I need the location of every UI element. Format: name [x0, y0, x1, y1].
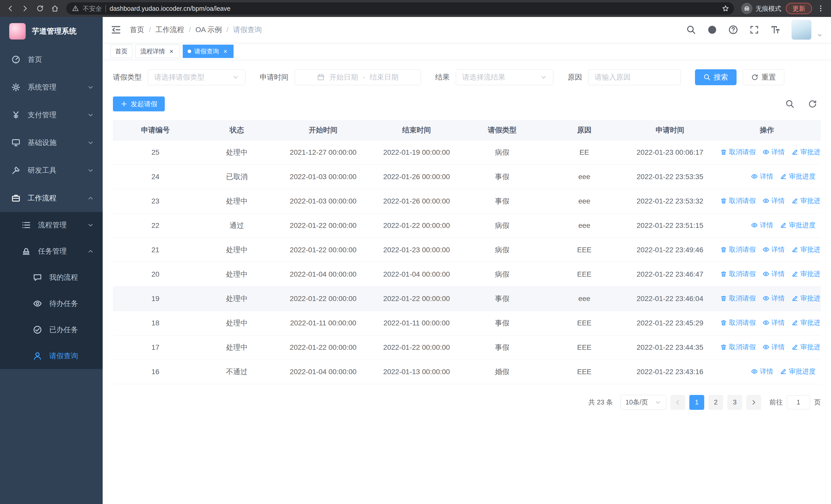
delete-icon — [720, 246, 727, 253]
cell-type: 事假 — [462, 165, 542, 189]
breadcrumb-item[interactable]: OA 示例 — [196, 25, 222, 35]
cancel-leave-action[interactable]: 取消请假 — [720, 196, 756, 205]
approval-progress-action[interactable]: 审批进度 — [780, 172, 815, 181]
page-size-select[interactable]: 10条/页 — [621, 395, 666, 410]
cell-start: 2022-01-03 00:00:00 — [276, 189, 371, 213]
result-select[interactable]: 请选择流结果 — [456, 69, 553, 85]
dashboard-icon — [11, 55, 21, 64]
tab-home[interactable]: 首页 — [110, 45, 133, 58]
avatar[interactable] — [792, 20, 811, 40]
column-header: 原因 — [542, 120, 627, 140]
sidebar-item-system[interactable]: 系统管理 — [0, 73, 103, 101]
update-button[interactable]: 更新 — [786, 3, 812, 14]
search-icon[interactable] — [686, 25, 696, 35]
detail-action[interactable]: 详情 — [763, 343, 785, 352]
detail-action[interactable]: 详情 — [763, 245, 785, 254]
sidebar-item-my-process[interactable]: 我的流程 — [0, 264, 103, 291]
detail-action[interactable]: 详情 — [763, 318, 785, 327]
reason-input[interactable]: 请输入原因 — [588, 69, 681, 85]
approval-progress-action[interactable]: 审批进度 — [780, 221, 815, 230]
sidebar-item-process-mgmt[interactable]: 流程管理 — [0, 212, 103, 238]
cell-status: 处理中 — [198, 238, 276, 262]
address-bar[interactable]: 不安全 dashboard.yudao.iocoder.cn/bpm/oa/le… — [66, 2, 734, 14]
cell-id: 20 — [113, 262, 198, 287]
next-page-button[interactable] — [746, 395, 761, 410]
detail-action[interactable]: 详情 — [763, 148, 785, 156]
breadcrumb-item[interactable]: 首页 — [130, 25, 144, 35]
chevron-down-icon — [655, 399, 661, 406]
approval-progress-action[interactable]: 审批进度 — [792, 148, 821, 156]
apply-time-range-picker[interactable]: 开始日期 - 结束日期 — [295, 69, 421, 85]
app-logo[interactable]: 芋道管理系统 — [0, 17, 103, 46]
refresh-table-icon[interactable] — [808, 99, 817, 109]
sidebar-item-home[interactable]: 首页 — [0, 46, 103, 73]
fontsize-icon[interactable] — [770, 25, 780, 35]
home-icon[interactable] — [49, 2, 61, 14]
sidebar-item-done-tasks[interactable]: 已办任务 — [0, 317, 103, 343]
cancel-leave-action[interactable]: 取消请假 — [720, 294, 756, 303]
cell-applied: 2022-01-22 23:46:47 — [627, 262, 713, 287]
tab-label: 首页 — [115, 47, 127, 55]
detail-action[interactable]: 详情 — [763, 269, 785, 278]
delete-icon — [720, 319, 727, 326]
approval-progress-action[interactable]: 审批进度 — [792, 343, 821, 352]
view-icon — [751, 368, 758, 375]
sidebar-item-leave-query[interactable]: 请假查询 — [0, 343, 103, 369]
page-button-3[interactable]: 3 — [727, 395, 742, 410]
browser-menu-icon[interactable] — [814, 2, 827, 14]
sidebar-item-infrastructure[interactable]: 基础设施 — [0, 129, 103, 156]
sidebar-item-label: 待办任务 — [49, 299, 78, 308]
tab-process-detail[interactable]: 流程详情× — [136, 45, 180, 58]
search-button[interactable]: 搜索 — [695, 69, 737, 85]
cell-start: 2022-01-22 00:00:00 — [276, 238, 371, 262]
forward-icon[interactable] — [19, 2, 31, 14]
approval-progress-action[interactable]: 审批进度 — [792, 269, 821, 278]
sidebar-item-todo-tasks[interactable]: 待办任务 — [0, 291, 103, 317]
github-icon[interactable] — [707, 25, 717, 35]
sidebar-item-task-mgmt[interactable]: 任务管理 — [0, 238, 103, 264]
avatar-caret-icon[interactable] — [816, 32, 823, 38]
sidebar-item-workflow[interactable]: 工作流程 — [0, 184, 103, 212]
detail-action[interactable]: 详情 — [751, 172, 773, 181]
cancel-leave-action[interactable]: 取消请假 — [720, 269, 756, 278]
detail-action[interactable]: 详情 — [751, 221, 773, 230]
cancel-leave-action[interactable]: 取消请假 — [720, 343, 756, 352]
tab-leave-query[interactable]: 请假查询× — [183, 45, 233, 58]
approval-progress-action[interactable]: 审批进度 — [792, 318, 821, 327]
prev-page-button[interactable] — [670, 395, 685, 410]
approval-progress-action[interactable]: 审批进度 — [780, 367, 815, 376]
question-icon[interactable] — [728, 25, 738, 35]
security-warning-label[interactable]: 不安全 — [83, 4, 102, 13]
page-button-1[interactable]: 1 — [689, 395, 704, 410]
table-row: 23处理中2022-01-03 00:00:002022-01-26 00:00… — [113, 189, 821, 213]
approval-progress-action[interactable]: 审批进度 — [792, 245, 821, 254]
cell-applied: 2022-01-22 23:49:46 — [627, 238, 713, 262]
detail-action[interactable]: 详情 — [751, 367, 773, 376]
page-button-2[interactable]: 2 — [708, 395, 723, 410]
detail-action[interactable]: 详情 — [763, 294, 785, 303]
collapse-sidebar-icon[interactable] — [111, 25, 121, 35]
goto-page-input[interactable] — [787, 395, 810, 409]
back-icon[interactable] — [4, 2, 17, 14]
detail-action[interactable]: 详情 — [763, 196, 785, 205]
cancel-leave-action[interactable]: 取消请假 — [720, 245, 756, 254]
approval-progress-action[interactable]: 审批进度 — [792, 196, 821, 205]
action-label: 审批进度 — [789, 367, 815, 376]
cancel-leave-action[interactable]: 取消请假 — [720, 318, 756, 327]
sidebar-item-devtools[interactable]: 研发工具 — [0, 156, 103, 184]
bookmark-star-icon[interactable] — [722, 5, 729, 12]
reset-button[interactable]: 重置 — [743, 69, 784, 85]
close-icon[interactable]: × — [222, 48, 229, 55]
reload-icon[interactable] — [34, 2, 46, 14]
fullscreen-icon[interactable] — [749, 25, 759, 35]
create-leave-button[interactable]: 发起请假 — [113, 96, 165, 111]
approval-progress-action[interactable]: 审批进度 — [792, 294, 821, 303]
table-row: 20处理中2022-01-04 00:00:002022-01-04 00:00… — [113, 262, 821, 287]
leave-type-select[interactable]: 请选择请假类型 — [148, 69, 245, 85]
sidebar-item-payment[interactable]: 支付管理 — [0, 101, 103, 129]
cell-end: 2022-01-26 00:00:00 — [371, 165, 463, 189]
breadcrumb-item[interactable]: 工作流程 — [155, 25, 184, 35]
toggle-search-icon[interactable] — [785, 99, 795, 109]
close-icon[interactable]: × — [168, 48, 175, 55]
cancel-leave-action[interactable]: 取消请假 — [720, 148, 756, 156]
